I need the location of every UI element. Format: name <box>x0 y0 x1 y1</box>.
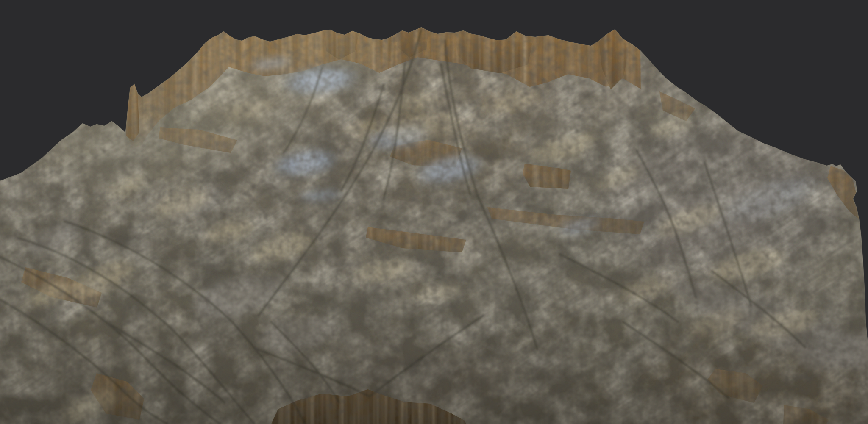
terrain-viewport[interactable] <box>0 0 868 424</box>
terrain-render-canvas[interactable] <box>0 0 868 424</box>
